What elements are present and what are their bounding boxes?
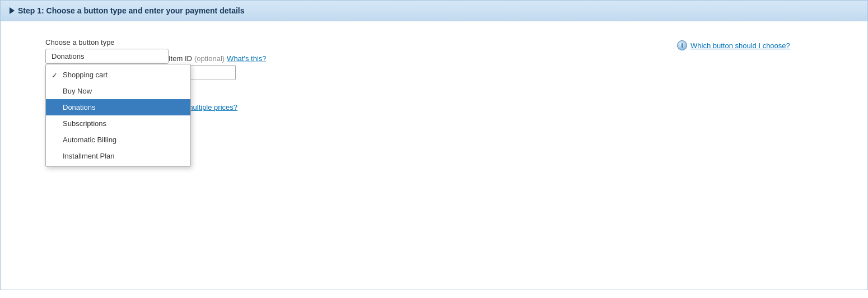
item-id-label: Item ID: [169, 54, 192, 63]
dropdown-item-label: Automatic Billing: [63, 136, 116, 144]
which-button-help-link[interactable]: Which button should I choose?: [690, 41, 790, 50]
item-id-optional: (optional): [194, 54, 225, 63]
dropdown-item-label: Buy Now: [63, 87, 92, 95]
layout-main: Choose a button type Donations Shopping …: [45, 38, 845, 115]
item-id-label-row: Item ID (optional) What's this?: [169, 54, 267, 63]
step-header-title: Step 1: Choose a button type and enter y…: [18, 6, 245, 15]
item-id-whats-this-link[interactable]: What's this?: [227, 54, 266, 63]
dropdown-item-label: Donations: [63, 103, 96, 111]
dropdown-menu: Shopping cart Buy Now Donations Subscrip…: [45, 64, 191, 167]
step-header: Step 1: Choose a button type and enter y…: [0, 0, 868, 21]
dropdown-item-label: Subscriptions: [63, 119, 106, 128]
dropdown-selected-value[interactable]: Donations: [45, 49, 169, 64]
dropdown-item-label: Shopping cart: [63, 71, 108, 79]
info-icon: i: [677, 40, 687, 50]
content-area: Choose a button type Donations Shopping …: [0, 21, 868, 290]
dropdown-item-subscriptions[interactable]: Subscriptions: [46, 115, 190, 132]
collapse-triangle: [10, 7, 15, 14]
right-side: i Which button should I choose?: [677, 38, 845, 115]
choose-button-type-label: Choose a button type: [45, 38, 677, 46]
help-link-area: i Which button should I choose?: [677, 40, 790, 50]
dropdown-item-buy-now[interactable]: Buy Now: [46, 83, 190, 99]
page-wrapper: Step 1: Choose a button type and enter y…: [0, 0, 868, 298]
selected-text: Donations: [52, 52, 85, 60]
dropdown-item-label: Installment Plan: [63, 152, 115, 160]
dropdown-item-shopping-cart[interactable]: Shopping cart: [46, 67, 190, 83]
dropdown-item-installment-plan[interactable]: Installment Plan: [46, 148, 190, 164]
dropdown-item-automatic-billing[interactable]: Automatic Billing: [46, 132, 190, 148]
button-type-dropdown[interactable]: Donations Shopping cart Buy Now Donation…: [45, 49, 169, 64]
dropdown-item-donations[interactable]: Donations: [46, 99, 190, 115]
left-side: Choose a button type Donations Shopping …: [45, 38, 677, 115]
